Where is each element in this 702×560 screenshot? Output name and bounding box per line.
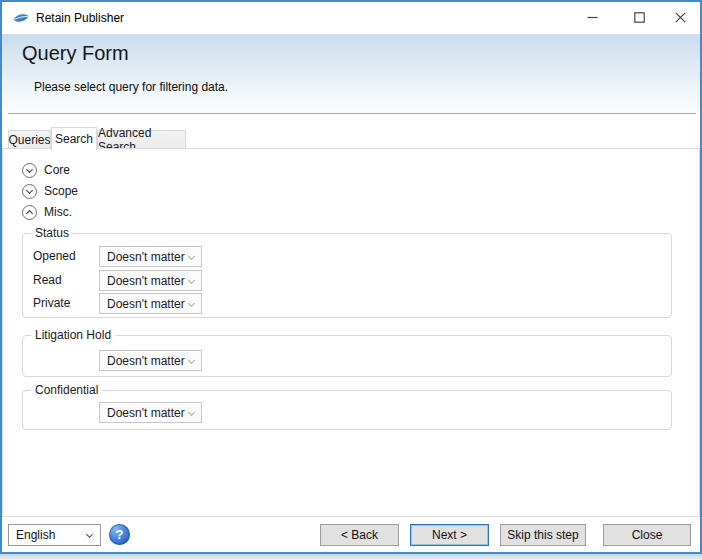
back-button[interactable]: < Back	[320, 524, 399, 546]
language-dropdown[interactable]: English	[8, 524, 101, 546]
chevron-down-icon	[188, 277, 195, 284]
chevron-down-icon	[188, 409, 195, 416]
expander-scope[interactable]: Scope	[22, 183, 78, 199]
expander-misc-label: Misc.	[44, 205, 72, 219]
window-title: Retain Publisher	[36, 2, 124, 34]
maximize-icon	[634, 12, 645, 23]
expander-scope-label: Scope	[44, 184, 78, 198]
title-bar: Retain Publisher	[2, 2, 700, 34]
litigation-hold-dropdown-value: Doesn't matter	[107, 354, 185, 368]
header-separator	[8, 113, 696, 114]
opened-dropdown[interactable]: Doesn't matter	[99, 246, 202, 267]
private-label: Private	[33, 293, 70, 314]
chevron-down-icon	[188, 253, 195, 260]
tab-search[interactable]: Search	[51, 127, 97, 150]
expander-core-label: Core	[44, 163, 70, 177]
private-dropdown[interactable]: Doesn't matter	[99, 293, 202, 314]
minimize-icon	[587, 12, 598, 23]
wizard-header: Query Form Please select query for filte…	[2, 34, 700, 113]
next-button[interactable]: Next >	[410, 524, 489, 546]
group-litigation-hold: Litigation Hold Doesn't matter	[22, 335, 672, 377]
expander-misc[interactable]: Misc.	[22, 204, 72, 220]
skip-step-button[interactable]: Skip this step	[500, 524, 586, 546]
page-title: Query Form	[22, 42, 129, 65]
confidential-dropdown-value: Doesn't matter	[107, 406, 185, 420]
group-confidential: Confidential Doesn't matter	[22, 390, 672, 430]
read-label: Read	[33, 270, 62, 291]
private-dropdown-value: Doesn't matter	[107, 297, 185, 311]
maximize-button[interactable]	[620, 2, 658, 33]
tab-advanced-search[interactable]: Advanced Search	[97, 130, 186, 149]
page-subtitle: Please select query for filtering data.	[34, 80, 228, 94]
chevron-down-icon	[188, 357, 195, 364]
confidential-dropdown[interactable]: Doesn't matter	[99, 402, 202, 423]
opened-label: Opened	[33, 246, 76, 267]
tab-queries[interactable]: Queries	[8, 130, 51, 149]
group-litigation-hold-label: Litigation Hold	[31, 328, 115, 342]
group-status: Status Opened Doesn't matter Read Doesn'…	[22, 233, 672, 318]
chevron-down-circle-icon	[22, 163, 37, 178]
read-dropdown-value: Doesn't matter	[107, 274, 185, 288]
app-window: Retain Publisher Query Form Please selec…	[0, 0, 702, 554]
group-confidential-label: Confidential	[31, 383, 102, 397]
close-button[interactable]	[661, 2, 699, 33]
screen: Retain Publisher Query Form Please selec…	[0, 0, 702, 560]
chevron-down-icon	[188, 300, 195, 307]
close-wizard-button[interactable]: Close	[603, 524, 691, 546]
chevron-down-icon	[86, 531, 93, 538]
litigation-hold-dropdown[interactable]: Doesn't matter	[99, 350, 202, 371]
chevron-up-circle-icon	[22, 205, 37, 220]
close-icon	[675, 12, 686, 23]
app-logo-icon	[12, 12, 30, 25]
opened-dropdown-value: Doesn't matter	[107, 250, 185, 264]
window-shadow	[0, 554, 702, 560]
expander-core[interactable]: Core	[22, 162, 70, 178]
minimize-button[interactable]	[573, 2, 611, 33]
search-tab-panel: Core Scope Misc. Status Opened Doesn't m…	[2, 148, 700, 517]
language-dropdown-value: English	[16, 528, 55, 542]
chevron-down-circle-icon	[22, 184, 37, 199]
read-dropdown[interactable]: Doesn't matter	[99, 270, 202, 291]
help-icon[interactable]: ?	[109, 524, 130, 545]
group-status-label: Status	[31, 226, 73, 240]
